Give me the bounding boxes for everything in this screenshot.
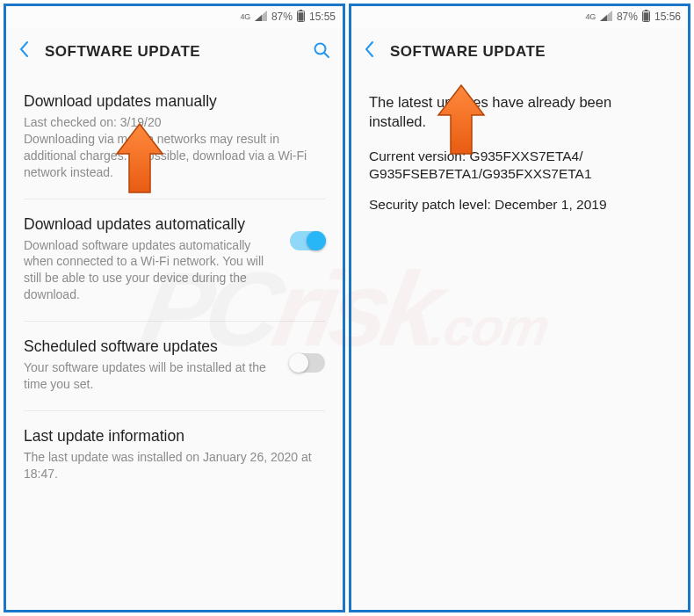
download-manually-last-checked: Last checked on: 3/19/20: [24, 114, 325, 131]
settings-list: Download updates manually Last checked o…: [6, 76, 343, 500]
download-manually-desc: Downloading via mobile networks may resu…: [24, 131, 325, 181]
last-update-row[interactable]: Last update information The last update …: [24, 411, 325, 500]
security-patch: Security patch level: December 1, 2019: [369, 196, 670, 214]
screenshot-left: 4G 87% 15:55 SOFTWARE UPDATE Download up…: [4, 4, 345, 612]
clock: 15:56: [654, 11, 681, 23]
download-auto-title: Download updates automatically: [24, 215, 278, 234]
signal-icon: [255, 11, 267, 24]
last-update-title: Last update information: [24, 427, 325, 446]
download-auto-toggle[interactable]: [290, 231, 325, 250]
current-version: Current version: G935FXXS7ETA4/ G935FSEB…: [369, 148, 670, 185]
download-manually-title: Download updates manually: [24, 92, 325, 111]
download-manually-row[interactable]: Download updates manually Last checked o…: [24, 76, 325, 199]
battery-pct: 87%: [271, 11, 293, 23]
svg-rect-2: [298, 12, 303, 20]
svg-rect-7: [643, 12, 648, 20]
battery-icon: [642, 10, 650, 25]
last-update-desc: The last update was installed on January…: [24, 449, 325, 482]
screenshot-right: 4G 87% 15:56 SOFTWARE UPDATE The latest …: [349, 4, 690, 612]
page-title: SOFTWARE UPDATE: [45, 43, 297, 61]
title-bar: SOFTWARE UPDATE: [351, 27, 688, 76]
download-auto-row[interactable]: Download updates automatically Download …: [24, 199, 325, 322]
back-icon[interactable]: [364, 40, 374, 63]
network-indicator: 4G: [241, 13, 250, 21]
svg-line-4: [324, 53, 329, 57]
battery-icon: [297, 10, 305, 25]
search-icon[interactable]: [313, 41, 330, 62]
title-bar: SOFTWARE UPDATE: [6, 27, 343, 76]
network-indicator: 4G: [586, 13, 596, 21]
scheduled-toggle[interactable]: [290, 353, 325, 373]
latest-updates-msg: The latest updates have already been ins…: [369, 92, 670, 132]
update-info: The latest updates have already been ins…: [351, 76, 688, 214]
clock: 15:55: [309, 11, 336, 23]
scheduled-desc: Your software updates will be installed …: [24, 359, 278, 393]
status-bar: 4G 87% 15:55: [6, 6, 343, 27]
page-title: SOFTWARE UPDATE: [390, 43, 676, 61]
scheduled-title: Scheduled software updates: [24, 337, 278, 356]
scheduled-row[interactable]: Scheduled software updates Your software…: [24, 322, 325, 411]
battery-pct: 87%: [617, 11, 638, 23]
download-auto-desc: Download software updates automatically …: [24, 237, 278, 304]
signal-icon: [600, 11, 612, 24]
status-bar: 4G 87% 15:56: [351, 6, 688, 27]
back-icon[interactable]: [18, 40, 29, 63]
